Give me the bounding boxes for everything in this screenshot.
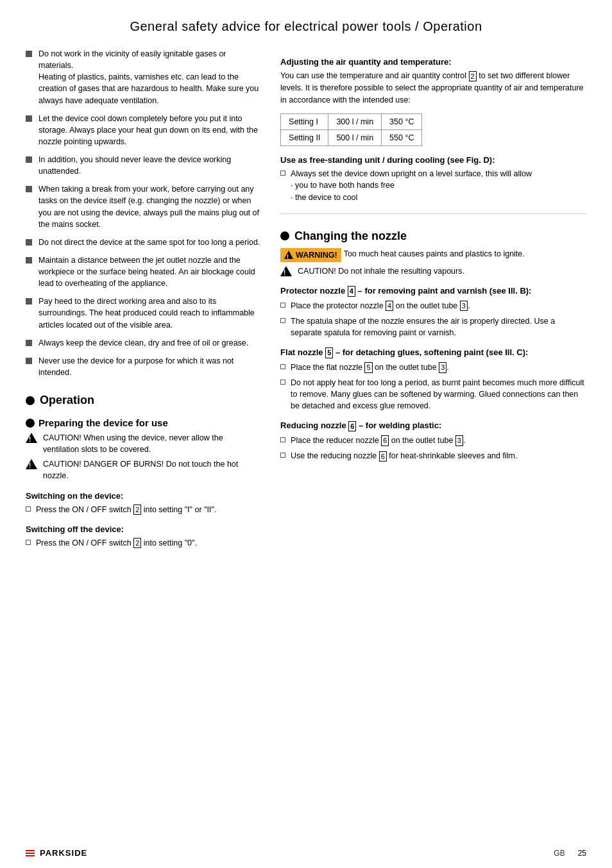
page-number: 25 [578,849,586,858]
flat-nozzle-heading: Flat nozzle 5 – for detaching glues, sof… [280,347,586,358]
bullet-icon [26,156,32,163]
sq-bullet-icon [280,318,285,323]
list-item: Press the ON / OFF switch 2 into setting… [26,537,261,549]
list-item: Let the device cool down completely befo… [26,113,261,147]
list-item: Always set the device down upright on a … [280,168,586,203]
caution-triangle-icon [26,459,37,469]
bullet-icon [26,115,32,122]
bullet-icon [26,186,32,192]
brand-name: PARKSIDE [40,848,87,858]
reducing-nozzle-heading: Reducing nozzle 6 – for welding plastic: [280,421,586,431]
list-item: Place the protector nozzle 4 on the outl… [280,300,586,312]
sq-bullet-icon [280,437,285,442]
bullet-icon [26,340,32,346]
page-title: General safety advice for electrical pow… [26,19,586,34]
reducing-nozzle-list: Place the reducer nozzle 6 on the outlet… [280,435,586,462]
list-item: Do not apply heat for too long a period,… [280,377,586,412]
switching-on-list: Press the ON / OFF switch 2 into setting… [26,504,261,515]
list-item: Use the reducing nozzle 6 for heat-shrin… [280,450,586,462]
footer: PARKSIDE GB 25 [0,848,612,858]
bullet-icon [26,257,32,263]
list-item: Do not work in the vicinity of easily ig… [26,48,261,106]
list-item: Never use the device for a purpose for w… [26,355,261,378]
page: General safety advice for electrical pow… [0,0,612,868]
switching-off-list: Press the ON / OFF switch 2 into setting… [26,537,261,549]
settings-table: Setting I 300 l / min 350 °C Setting II … [280,113,422,146]
caution-label: CAUTION! [298,267,336,276]
list-item: Do not direct the device at the same spo… [26,237,261,248]
changing-nozzle-heading: Changing the nozzle [280,230,586,243]
protector-nozzle-list: Place the protector nozzle 4 on the outl… [280,300,586,338]
circle-bullet-icon [26,396,35,405]
list-item: Place the flat nozzle 5 on the outlet tu… [280,362,586,373]
caution-block-3: CAUTION! Do not inhale the resulting vap… [280,265,586,277]
table-cell: Setting I [281,114,328,130]
logo-lines [26,850,35,856]
list-item: Maintain a distance between the jet outl… [26,255,261,289]
preparing-heading: Preparing the device for use [26,417,261,428]
caution-block-2: CAUTION! DANGER OF BURNS! Do not touch t… [26,458,261,481]
caution-triangle-icon [280,266,292,276]
table-row: Setting II 500 l / min 550 °C [281,130,422,146]
table-cell: 500 l / min [328,130,382,146]
sq-bullet-icon [280,380,285,385]
circle-bullet-icon [280,231,289,240]
freestanding-list: Always set the device down upright on a … [280,168,586,203]
list-item: The spatula shape of the nozzle ensures … [280,315,586,338]
switching-off-heading: Switching off the device: [26,524,261,534]
freestanding-heading: Use as free-standing unit / during cooli… [280,155,586,165]
list-item: In addition, you should never leave the … [26,154,261,177]
adjusting-text: You can use the temperature and air quan… [280,70,586,106]
list-item: Always keep the device clean, dry and fr… [26,337,261,349]
safety-bullet-list: Do not work in the vicinity of easily ig… [26,48,261,378]
caution-triangle-icon [26,433,37,443]
list-item: Press the ON / OFF switch 2 into setting… [26,504,261,515]
bullet-icon [26,51,32,57]
circle-bullet-icon [26,419,35,428]
sq-bullet-icon [26,540,31,545]
switching-on-heading: Switching on the device: [26,491,261,501]
locale-label: GB [554,849,565,858]
warning-block: WARNING! Too much heat causes paints and… [280,248,586,262]
divider [280,213,586,214]
sq-bullet-icon [280,303,285,308]
sq-bullet-icon [26,506,31,512]
operation-heading: Operation [26,394,261,407]
table-cell: 350 °C [382,114,422,130]
caution-block-1: CAUTION! When using the device, never al… [26,432,261,455]
list-item: Pay heed to the direct working area and … [26,296,261,330]
bullet-icon [26,298,32,305]
caution-label: CAUTION! [43,433,81,442]
bullet-icon [26,358,32,364]
right-column: Adjusting the air quantity and temperatu… [280,48,586,553]
sq-bullet-icon [280,171,285,176]
table-cell: 550 °C [382,130,422,146]
parkside-logo: PARKSIDE [26,848,87,858]
warning-box: WARNING! [280,248,341,262]
sq-bullet-icon [280,364,285,369]
protector-nozzle-heading: Protector nozzle 4 – for removing paint … [280,286,586,297]
list-item: Place the reducer nozzle 6 on the outlet… [280,435,586,446]
sq-bullet-icon [280,453,285,458]
table-cell: Setting II [281,130,328,146]
left-column: Do not work in the vicinity of easily ig… [26,48,261,553]
list-item: When taking a break from your work, befo… [26,183,261,230]
bullet-icon [26,239,32,246]
warning-triangle-icon [284,251,293,259]
flat-nozzle-list: Place the flat nozzle 5 on the outlet tu… [280,362,586,412]
main-content: Do not work in the vicinity of easily ig… [26,48,586,553]
table-row: Setting I 300 l / min 350 °C [281,114,422,130]
adjusting-heading: Adjusting the air quantity and temperatu… [280,57,586,67]
caution-label: CAUTION! DANGER OF BURNS! [43,460,164,469]
table-cell: 300 l / min [328,114,382,130]
